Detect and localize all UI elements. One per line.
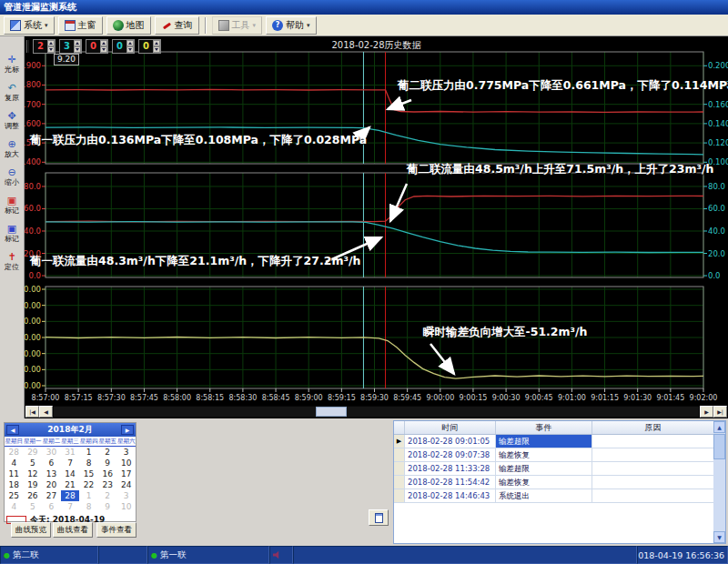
calendar-day[interactable]: 7 (61, 458, 80, 468)
menu-button-tools[interactable]: 工具 ▾ (212, 16, 263, 35)
calendar-next-button[interactable]: ▶ (121, 425, 134, 435)
calendar-day[interactable]: 17 (116, 468, 136, 479)
calendar-prev-button[interactable]: ◀ (6, 425, 19, 435)
table-row[interactable]: 2018-02-28 11:33:28输差超限 (394, 462, 725, 476)
calendar-day[interactable]: 22 (79, 479, 98, 490)
calendar-day[interactable]: 3 (116, 447, 136, 458)
calendar-day[interactable]: 21 (61, 479, 80, 490)
calendar-day[interactable]: 8 (79, 458, 98, 468)
cell-event[interactable]: 输差超限 (496, 462, 592, 475)
calendar-day[interactable]: 2 (98, 490, 117, 501)
calendar-day[interactable]: 14 (61, 468, 80, 479)
calendar-day[interactable]: 6 (42, 501, 61, 512)
calendar-day[interactable]: 12 (24, 468, 43, 479)
cell-reason[interactable] (592, 435, 714, 448)
tool-zoom-out[interactable]: ⊖ 缩小 (0, 167, 24, 196)
curve-view-button[interactable]: 曲线查看 (53, 522, 93, 538)
cell-event[interactable]: 系统退出 (496, 489, 592, 502)
calendar-day[interactable]: 3 (116, 490, 136, 501)
charts[interactable]: 0.9000.8000.7000.6000.5000.4000.2000.180… (25, 36, 728, 418)
cell-time[interactable]: 2018-02-28 14:46:43 (405, 489, 496, 502)
cell-reason[interactable] (592, 476, 714, 488)
calendar-day[interactable]: 16 (98, 468, 117, 479)
calendar-day[interactable]: 9 (98, 458, 117, 468)
scroll-left-button[interactable]: ◀ (39, 406, 53, 418)
cell-time[interactable]: 2018-02-28 11:33:28 (405, 462, 496, 475)
menu-button-query[interactable]: 查询 (155, 16, 199, 35)
curve-spinner-5[interactable]: 0 (138, 39, 161, 54)
spinner-arrows[interactable] (153, 40, 160, 53)
calendar-day[interactable]: 28 (61, 490, 80, 501)
calendar-day[interactable]: 4 (5, 501, 24, 512)
calendar-day[interactable]: 5 (24, 501, 43, 512)
spinner-arrows[interactable] (126, 40, 134, 53)
scroll-right-button[interactable]: ▶ (700, 406, 713, 418)
curve-preview-button[interactable]: 曲线预览 (11, 522, 51, 538)
calendar-day[interactable]: 1 (79, 490, 98, 501)
spinner-arrows[interactable] (74, 40, 81, 53)
calendar-day[interactable]: 23 (98, 479, 117, 490)
cell-event[interactable]: 输差恢复 (496, 476, 592, 488)
calendar-day[interactable]: 8 (79, 501, 98, 512)
cell-reason[interactable] (592, 489, 714, 502)
calendar-day[interactable]: 19 (24, 479, 43, 490)
scroll-down-icon[interactable]: ▼ (713, 531, 725, 543)
spinner-arrows[interactable] (100, 40, 107, 53)
calendar-day[interactable]: 15 (79, 468, 98, 479)
tool-mark-blue[interactable]: ▣ 标记 (0, 224, 24, 252)
status-sound[interactable] (269, 546, 293, 564)
calendar-day[interactable]: 7 (61, 501, 80, 512)
calendar-day[interactable]: 10 (116, 501, 136, 512)
tool-restore[interactable]: ↶ 复原 (0, 83, 24, 111)
tool-locate[interactable]: ✝ 定位 (0, 252, 24, 280)
calendar-day[interactable]: 31 (61, 447, 80, 458)
table-row[interactable]: ▶2018-02-28 09:01:05输差超限 (394, 435, 725, 448)
calendar-day[interactable]: 27 (42, 490, 61, 501)
scroll-last-button[interactable]: ▶| (713, 406, 727, 418)
table-scrollbar-thumb[interactable] (713, 434, 725, 459)
export-button[interactable] (369, 509, 389, 526)
menu-button-main-window[interactable]: 主窗 (58, 16, 103, 35)
cell-time[interactable]: 2018-02-28 11:54:42 (405, 476, 496, 488)
scrollbar-track[interactable] (54, 407, 699, 417)
curve-spinner-4[interactable]: 0 (112, 39, 135, 54)
calendar-day[interactable]: 13 (42, 468, 61, 479)
curve-spinner-2[interactable]: 3 (59, 39, 82, 54)
curve-spinner-1[interactable]: 2 (33, 39, 56, 54)
calendar-day[interactable]: 26 (24, 490, 43, 501)
calendar-day[interactable]: 30 (42, 447, 61, 458)
table-scrollbar[interactable]: ▲ ▼ (713, 421, 725, 543)
scroll-first-button[interactable]: |◀ (25, 406, 39, 418)
spinner-arrows[interactable] (47, 40, 55, 53)
tool-adjust[interactable]: ✥ 调整 (0, 111, 24, 139)
table-row[interactable]: 2018-02-28 09:07:38输差恢复 (394, 448, 725, 462)
menu-button-map[interactable]: 地图 (106, 16, 151, 35)
tool-mark-red[interactable]: ▣ 标记 (0, 196, 24, 224)
calendar-day[interactable]: 28 (5, 447, 24, 458)
calendar-day[interactable]: 6 (42, 458, 61, 468)
calendar-day[interactable]: 11 (5, 468, 24, 479)
cell-time[interactable]: 2018-02-28 09:01:05 (405, 435, 496, 448)
table-row[interactable]: 2018-02-28 11:54:42输差恢复 (394, 476, 725, 489)
calendar-day[interactable]: 24 (116, 479, 136, 490)
calendar-day[interactable]: 4 (5, 458, 24, 468)
calendar-day[interactable]: 25 (5, 490, 24, 501)
curve-spinner-3[interactable]: 0 (86, 39, 108, 54)
calendar-day[interactable]: 18 (5, 479, 24, 490)
scrollbar-thumb[interactable] (316, 407, 347, 417)
scroll-up-icon[interactable]: ▲ (713, 421, 725, 433)
calendar-day[interactable]: 9 (98, 501, 117, 512)
calendar-day[interactable]: 2 (98, 447, 117, 458)
calendar-day[interactable]: 10 (116, 458, 136, 468)
calendar-day[interactable]: 20 (42, 479, 61, 490)
menu-button-help[interactable]: ? 帮助 ▾ (266, 16, 317, 35)
cell-time[interactable]: 2018-02-28 09:07:38 (405, 448, 496, 461)
tool-zoom-in[interactable]: ⊕ 放大 (0, 139, 24, 167)
cell-event[interactable]: 输差恢复 (496, 448, 592, 461)
cell-event[interactable]: 输差超限 (496, 435, 592, 448)
calendar-day[interactable]: 29 (24, 447, 43, 458)
toolbar-grip[interactable] (26, 40, 29, 53)
menu-button-system[interactable]: 系统 ▾ (4, 16, 55, 35)
event-view-button[interactable]: 事件查看 (96, 522, 136, 538)
calendar-day[interactable]: 5 (24, 458, 43, 468)
